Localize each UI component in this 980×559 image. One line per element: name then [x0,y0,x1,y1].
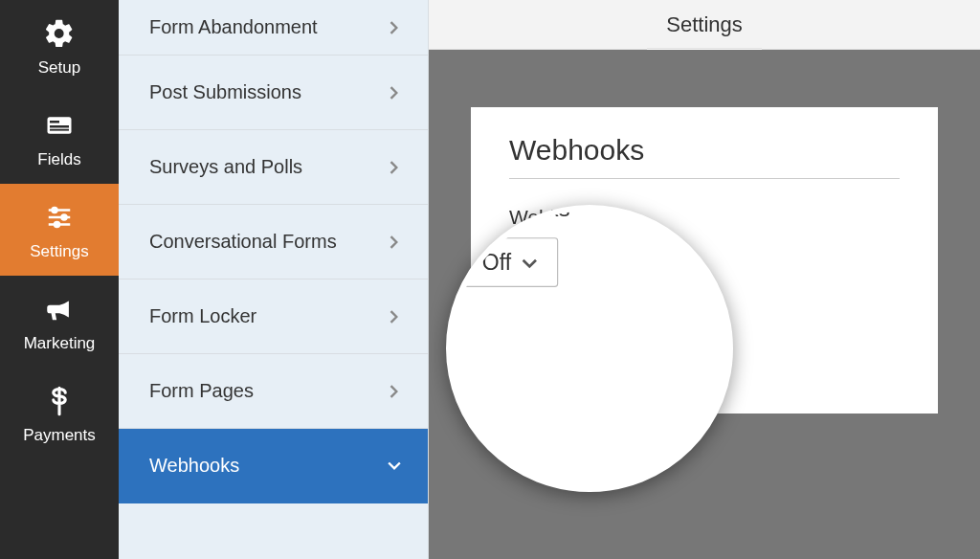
settings-item-post-submissions[interactable]: Post Submissions [119,56,428,130]
nav-label: Payments [23,426,96,445]
svg-point-7 [53,208,57,212]
megaphone-icon [40,290,78,328]
settings-item-label: Form Pages [149,380,254,402]
panel-header-title: Settings [666,12,743,37]
svg-point-9 [55,222,59,227]
left-nav: Setup Fields Settings Marketing Payments [0,0,119,559]
settings-item-label: Form Locker [149,305,256,327]
settings-item-label: Conversational Forms [149,231,337,253]
chevron-right-icon [388,310,401,324]
dropdown-value: Off [527,253,552,275]
chevron-down-icon [388,459,401,473]
card-title: Webhooks [509,134,900,179]
dollar-icon [40,382,78,420]
settings-canvas: Webhooks Webhooks Off Webhooks Webhooks … [429,50,980,559]
settings-item-label: Post Submissions [149,81,301,103]
settings-item-surveys-polls[interactable]: Surveys and Polls [119,130,428,205]
settings-submenu: Form Abandonment Post Submissions Survey… [119,0,429,559]
settings-item-form-locker[interactable]: Form Locker [119,280,428,354]
form-fields-icon [40,106,78,145]
settings-item-label: Surveys and Polls [149,156,302,178]
nav-item-marketing[interactable]: Marketing [0,276,119,368]
chevron-right-icon [388,385,401,398]
sliders-icon [40,198,78,236]
nav-item-payments[interactable]: Payments [0,368,119,459]
panel-header: Settings [429,0,980,50]
nav-label: Fields [37,150,80,169]
settings-item-form-abandonment[interactable]: Form Abandonment [119,0,428,56]
svg-rect-1 [50,121,59,123]
webhooks-card: Webhooks Webhooks Off [471,107,938,414]
settings-item-label: Webhooks [149,455,239,477]
right-panel: Settings Webhooks Webhooks Off Webhooks … [429,0,980,559]
svg-rect-2 [50,125,69,128]
chevron-right-icon [388,86,401,100]
settings-item-form-pages[interactable]: Form Pages [119,354,428,429]
settings-item-webhooks[interactable]: Webhooks [119,429,428,503]
webhooks-toggle-dropdown[interactable]: Off [509,242,593,285]
nav-item-fields[interactable]: Fields [0,92,119,184]
chevron-right-icon [388,21,401,34]
settings-item-label: Form Abandonment [149,16,318,38]
nav-label: Marketing [24,334,96,353]
field-label: Webhooks [509,206,900,229]
settings-item-conversational-forms[interactable]: Conversational Forms [119,205,428,280]
chevron-down-icon [562,253,575,275]
chevron-right-icon [388,161,401,174]
svg-rect-3 [50,129,69,131]
gear-icon [40,14,78,53]
nav-label: Settings [30,242,88,261]
nav-item-setup[interactable]: Setup [0,0,119,92]
svg-point-8 [62,215,67,220]
nav-item-settings[interactable]: Settings [0,184,119,276]
nav-label: Setup [38,58,80,78]
chevron-right-icon [388,235,401,249]
